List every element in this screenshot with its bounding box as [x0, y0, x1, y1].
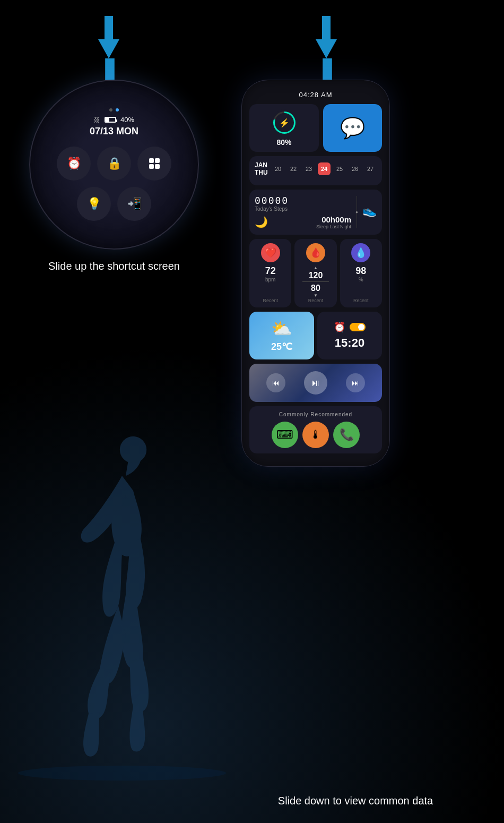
heart-rate-label: Recent: [263, 298, 278, 303]
watch-top-bar: ⛓ 40%: [94, 116, 134, 124]
alarm-bell-icon: ⏰: [334, 321, 345, 333]
sleep-value: 00h00m: [316, 215, 351, 224]
spo2-unit: %: [359, 277, 363, 282]
svg-point-1: [120, 436, 146, 463]
band-message-card[interactable]: 💬: [323, 104, 382, 152]
band-recommended: Commonly Recommended ⌨ 🌡 📞: [249, 406, 382, 453]
steps-divider: [357, 196, 357, 228]
cal-day-20[interactable]: 20: [272, 162, 284, 175]
battery-circle-arc: ⚡: [271, 109, 298, 136]
bp-label: Recent: [308, 298, 324, 303]
svg-rect-4: [149, 164, 154, 169]
spo2-value: 98: [355, 265, 366, 277]
heart-rate-card[interactable]: ❤️ 72 bpm Recent: [249, 239, 291, 307]
blood-pressure-icon: 🩸: [306, 243, 325, 262]
cal-day-25[interactable]: 25: [333, 162, 346, 175]
recommended-label: Commonly Recommended: [255, 412, 377, 417]
spo2-icon: 💧: [351, 243, 370, 262]
cal-day-27[interactable]: 27: [364, 162, 377, 175]
battery-percent: 40%: [120, 116, 134, 124]
watch-circle: ⛓ 40% 07/13 MON ⏰ 🔒 💡 📲: [29, 80, 199, 250]
lock-icon-btn[interactable]: 🔒: [97, 147, 131, 181]
band-time: 04:28 AM: [249, 91, 382, 99]
steps-right: 👟: [362, 204, 377, 220]
sleep-row: 🌙 00h00m Sleep Last Night: [255, 215, 351, 229]
alarm-time: 15:20: [335, 336, 364, 350]
bp-arrow-up: ▲: [314, 265, 318, 270]
phone-transfer-icon-btn[interactable]: 📲: [117, 187, 151, 221]
sleep-icon: 🌙: [255, 216, 268, 228]
band-health-row: ❤️ 72 bpm Recent 🩸 ▲ 120 80 ▼ Recent 💧: [249, 239, 382, 307]
svg-point-0: [18, 766, 226, 781]
band-calendar-card[interactable]: JAN THU 20 22 23 24 25 26 27: [249, 156, 382, 185]
svg-rect-2: [149, 158, 154, 163]
weather-icon: ⛅: [271, 319, 292, 339]
weather-temp: 25℃: [271, 341, 292, 353]
blood-pressure-diastolic: 80: [311, 283, 320, 293]
alarm-top-row: ⏰: [334, 321, 366, 333]
cal-day-24[interactable]: 24: [318, 162, 331, 175]
band-battery-percent: 80%: [276, 138, 291, 147]
dot-2: [116, 108, 119, 112]
heart-icon: ❤️: [261, 243, 280, 262]
lightning-icon: ⚡: [279, 118, 290, 128]
music-play-button[interactable]: ⏯: [304, 371, 327, 395]
apps-icon-btn[interactable]: [137, 147, 171, 181]
runner-silhouette: [11, 409, 233, 781]
watch-date: 07/13 MON: [90, 126, 138, 137]
music-prev-button[interactable]: ⏮: [266, 373, 285, 392]
alarm-card[interactable]: ⏰ 15:20: [317, 312, 382, 359]
watch-dots: [109, 108, 119, 112]
smart-band: 04:28 AM ⚡ 80% 💬 JAN THU: [241, 80, 390, 467]
keyboard-rec-icon[interactable]: ⌨: [272, 422, 298, 448]
message-icon: 💬: [340, 116, 365, 140]
dot-1: [109, 108, 112, 112]
link-icon: ⛓: [94, 116, 100, 124]
watch-icons-grid: ⏰ 🔒: [57, 147, 171, 181]
page-content: ⛓ 40% 07/13 MON ⏰ 🔒 💡 📲: [0, 0, 504, 823]
calendar-month: JAN THU: [255, 161, 268, 177]
recommended-icons-row: ⌨ 🌡 📞: [255, 422, 377, 448]
watch-icons-row2: 💡 📲: [77, 187, 151, 221]
phone-rec-icon[interactable]: 📞: [333, 422, 360, 448]
caption-right: Slide down to view common data: [239, 795, 472, 807]
blood-pressure-value: 120: [309, 270, 323, 280]
cal-day-22[interactable]: 22: [287, 162, 300, 175]
calendar-header: JAN THU 20 22 23 24 25 26 27: [255, 161, 377, 177]
bp-arrow-down: ▼: [314, 293, 318, 298]
caption-left: Slide up the shortcut screen: [29, 260, 199, 272]
alarm-icon-btn[interactable]: ⏰: [57, 147, 91, 181]
steps-left: 00000 Today's Steps 🌙 00h00m Sleep Last …: [255, 195, 351, 229]
alarm-toggle[interactable]: [350, 323, 366, 331]
thermometer-rec-icon[interactable]: 🌡: [302, 422, 329, 448]
band-top-row: ⚡ 80% 💬: [249, 104, 382, 152]
sleep-label: Sleep Last Night: [316, 224, 351, 229]
lightbulb-icon-btn[interactable]: 💡: [77, 187, 111, 221]
band-music-card: ⏮ ⏯ ⏭: [249, 364, 382, 402]
steps-label: Today's Steps: [255, 206, 351, 212]
shoes-icon: 👟: [362, 204, 377, 218]
heart-rate-value: 72: [265, 265, 276, 277]
band-battery-card[interactable]: ⚡ 80%: [249, 104, 319, 152]
steps-value: 00000: [255, 195, 351, 206]
battery-icon: [105, 117, 116, 123]
spo2-label: Recent: [353, 298, 369, 303]
heart-rate-unit: bpm: [265, 277, 275, 282]
band-steps-card: 00000 Today's Steps 🌙 00h00m Sleep Last …: [249, 190, 382, 235]
weather-card[interactable]: ⛅ 25℃: [249, 312, 314, 359]
svg-rect-5: [155, 164, 160, 169]
blood-pressure-card[interactable]: 🩸 ▲ 120 80 ▼ Recent: [294, 239, 336, 307]
calendar-days: 20 22 23 24 25 26 27: [272, 162, 377, 175]
band-weather-alarm-row: ⛅ 25℃ ⏰ 15:20: [249, 312, 382, 359]
spo2-card[interactable]: 💧 98 % Recent: [340, 239, 382, 307]
cal-day-23[interactable]: 23: [302, 162, 315, 175]
cal-day-26[interactable]: 26: [349, 162, 361, 175]
music-next-button[interactable]: ⏭: [346, 373, 365, 392]
svg-rect-3: [155, 158, 160, 163]
